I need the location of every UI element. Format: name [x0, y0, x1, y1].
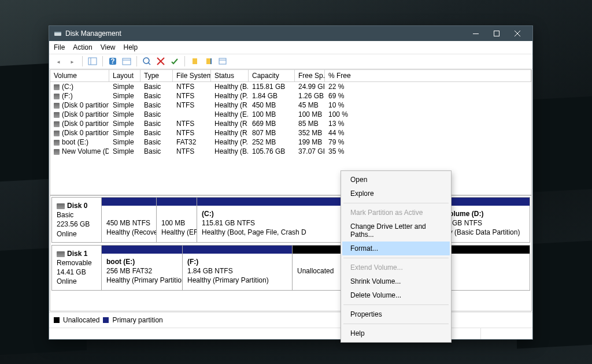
window-title: Disk Management	[65, 29, 121, 38]
disk-0-state: Online	[57, 230, 77, 238]
disk-management-icon	[54, 29, 62, 38]
cm-shrink[interactable]: Shrink Volume...	[342, 274, 450, 288]
disk-1-label[interactable]: Disk 1 Removable 14.41 GB Online	[52, 246, 102, 290]
disk-0-name: Disk 0	[67, 202, 87, 210]
svg-rect-19	[219, 58, 226, 64]
volume-row[interactable]: (F:)SimpleBasicNTFSHealthy (P...1.84 GB1…	[50, 91, 531, 101]
disk-icon	[57, 203, 65, 209]
svg-rect-1	[54, 32, 61, 33]
disk-1-part-f[interactable]: (F:)1.84 GB NTFSHealthy (Primary Partiti…	[183, 246, 293, 290]
svg-rect-16	[193, 58, 197, 64]
volume-row[interactable]: (Disk 0 partition 2)SimpleBasicHealthy (…	[50, 110, 531, 119]
col-volume[interactable]: Volume	[50, 70, 109, 81]
disk-0-size: 223.56 GB	[57, 220, 90, 228]
cm-help[interactable]: Help	[342, 326, 450, 340]
svg-rect-2	[473, 34, 479, 34]
col-filesystem[interactable]: File System	[173, 70, 211, 81]
maximize-button[interactable]	[486, 26, 507, 41]
apply-button[interactable]	[169, 55, 180, 67]
volume-icon	[54, 112, 60, 118]
volume-icon	[54, 149, 60, 155]
close-button[interactable]	[507, 26, 528, 41]
legend-primary-label: Primary partition	[112, 316, 162, 324]
disk-1-size: 14.41 GB	[57, 268, 86, 276]
volume-row[interactable]: boot (E:)SimpleBasicFAT32Healthy (P...25…	[50, 138, 531, 147]
forward-button[interactable]	[66, 55, 78, 67]
menu-file[interactable]: File	[54, 43, 65, 51]
volume-icon	[54, 140, 60, 146]
titlebar[interactable]: Disk Management	[49, 26, 532, 41]
chevron-left-icon	[56, 57, 61, 65]
volume-row[interactable]: (C:)SimpleBasicNTFSHealthy (B...115.81 G…	[50, 82, 531, 91]
svg-rect-3	[494, 31, 500, 36]
menu-view[interactable]: View	[101, 43, 116, 51]
cm-change-letter[interactable]: Change Drive Letter and Paths...	[342, 220, 450, 242]
disk-1-state: Online	[57, 277, 77, 285]
volume-row[interactable]: (Disk 0 partition 5)SimpleBasicNTFSHealt…	[50, 119, 531, 128]
disk-1-type: Removable	[57, 259, 92, 267]
disk-0-part-1[interactable]: 450 MB NTFSHealthy (Recovery	[102, 198, 157, 242]
disk-0-part-2[interactable]: 100 MBHealthy (EFI S	[157, 198, 197, 242]
col-layout[interactable]: Layout	[109, 70, 140, 81]
svg-rect-17	[206, 58, 211, 64]
col-pct-free[interactable]: % Free	[325, 70, 531, 81]
cm-explore[interactable]: Explore	[342, 187, 450, 200]
disk-0-label[interactable]: Disk 0 Basic 223.56 GB Online	[52, 198, 102, 242]
legend-unallocated-swatch	[54, 317, 60, 323]
legend-unallocated-label: Unallocated	[63, 316, 99, 324]
back-button[interactable]	[53, 55, 64, 67]
col-free[interactable]: Free Sp...	[295, 70, 325, 81]
chevron-right-icon	[70, 57, 75, 65]
col-capacity[interactable]: Capacity	[249, 70, 295, 81]
properties-button[interactable]	[217, 55, 228, 67]
svg-rect-10	[123, 58, 131, 65]
cm-properties[interactable]: Properties	[342, 307, 450, 321]
volume-row[interactable]: (Disk 0 partition 6)SimpleBasicNTFSHealt…	[50, 128, 531, 138]
volume-icon	[54, 103, 60, 109]
disk-0-type: Basic	[57, 211, 73, 219]
disk-1-partitions: boot (E:)256 MB FAT32Healthy (Primary Pa…	[102, 246, 530, 290]
help-button[interactable]: ?	[107, 55, 119, 67]
minimize-button[interactable]	[465, 26, 486, 41]
svg-text:?: ?	[110, 57, 114, 65]
volume-list-header: Volume Layout Type File System Status Ca…	[50, 70, 531, 82]
menubar: File Action View Help	[49, 41, 532, 54]
volume-icon	[54, 121, 60, 127]
toolbar: ?	[49, 54, 532, 69]
volume-row[interactable]: New Volume (D:)SimpleBasicNTFSHealthy (B…	[50, 147, 531, 156]
volume-list-body[interactable]: (C:)SimpleBasicNTFSHealthy (B...115.81 G…	[50, 82, 531, 195]
action-button-2[interactable]	[203, 55, 214, 67]
show-hide-console-tree-button[interactable]	[87, 55, 98, 67]
disk-management-window: Disk Management File Action View Help ?	[49, 25, 533, 340]
disk-1: Disk 1 Removable 14.41 GB Online boot (E…	[51, 245, 530, 291]
volume-icon	[54, 94, 60, 99]
refresh-button[interactable]	[141, 55, 153, 67]
disk-graphical-pane: Disk 0 Basic 223.56 GB Online 450 MB NTF…	[50, 196, 531, 294]
menu-action[interactable]: Action	[73, 43, 92, 51]
svg-line-13	[148, 62, 150, 65]
legend-primary-swatch	[103, 317, 109, 323]
col-status[interactable]: Status	[211, 70, 249, 81]
disk-icon	[57, 251, 65, 257]
context-menu: Open Explore Mark Partition as Active Ch…	[341, 170, 452, 343]
statusbar-cell-2	[480, 328, 532, 339]
volume-icon	[54, 131, 60, 136]
disk-0: Disk 0 Basic 223.56 GB Online 450 MB NTF…	[51, 197, 530, 243]
volume-list-pane: Volume Layout Type File System Status Ca…	[50, 70, 531, 196]
volume-row[interactable]: (Disk 0 partition 1)SimpleBasicNTFSHealt…	[50, 101, 531, 110]
cm-delete[interactable]: Delete Volume...	[342, 288, 450, 302]
menu-help[interactable]: Help	[124, 43, 138, 51]
cm-extend: Extend Volume...	[342, 261, 450, 274]
col-type[interactable]: Type	[140, 70, 173, 81]
disk-0-partitions: 450 MB NTFSHealthy (Recovery 100 MBHealt…	[102, 198, 530, 242]
cm-mark-active: Mark Partition as Active	[342, 206, 450, 220]
disk-1-name: Disk 1	[67, 250, 87, 258]
cm-format[interactable]: Format...	[342, 242, 450, 255]
svg-rect-6	[88, 58, 97, 65]
cm-open[interactable]: Open	[342, 173, 450, 187]
content-area: Volume Layout Type File System Status Ca…	[50, 69, 532, 311]
delete-button[interactable]	[155, 55, 166, 67]
action-button-1[interactable]	[189, 55, 201, 67]
settings-button[interactable]	[121, 55, 132, 67]
disk-1-part-e[interactable]: boot (E:)256 MB FAT32Healthy (Primary Pa…	[102, 246, 183, 290]
